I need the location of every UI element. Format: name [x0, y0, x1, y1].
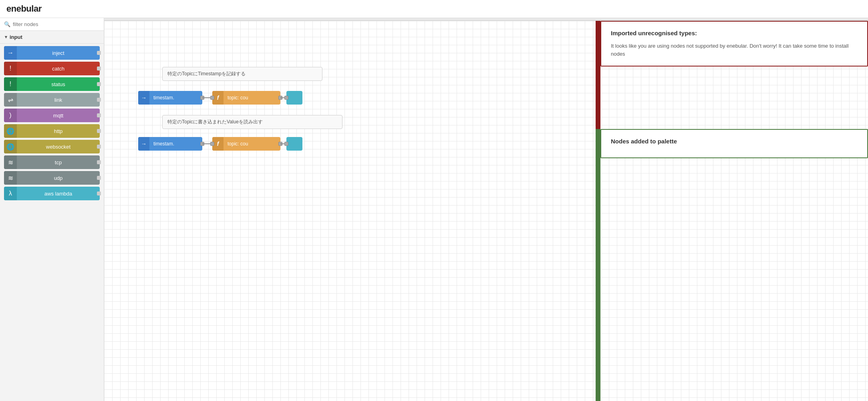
comment-box-2: 特定のTopicに書き込まれたValueを読み出す — [162, 115, 342, 129]
node-port-right-inject — [97, 51, 101, 55]
sidebar: 🔍 ▾ input → inject ! catch ! status ⇌ li… — [0, 18, 104, 401]
panel-imported-unrecognised[interactable]: Imported unrecognised types: It looks li… — [600, 21, 868, 66]
input-category[interactable]: ▾ input — [0, 31, 104, 44]
node-port-right-udp — [97, 176, 101, 180]
panel-red-body: It looks like you are using nodes not su… — [611, 42, 858, 58]
inject-label-1: timestam. — [149, 95, 178, 101]
panel-red-title: Imported unrecognised types: — [611, 30, 858, 36]
node-icon-websocket: 🌐 — [4, 140, 17, 153]
canvas-area: 特定のTopicにTimestampを記録する → timestam. f to… — [104, 18, 868, 401]
node-label-http: http — [17, 124, 100, 138]
sidebar-node-link[interactable]: ⇌ link — [4, 93, 100, 107]
inject-label-2: timestam. — [149, 141, 178, 147]
sidebar-node-status[interactable]: ! status — [4, 77, 100, 91]
sidebar-node-websocket[interactable]: 🌐 websocket — [4, 140, 100, 153]
function-label-1: topic: cou — [224, 95, 252, 101]
cache-port-left-2 — [284, 142, 288, 146]
sidebar-node-inject[interactable]: → inject — [4, 46, 100, 60]
node-icon-udp: ≋ — [4, 171, 17, 185]
node-port-right-awslambda — [97, 191, 101, 195]
sidebar-node-http[interactable]: 🌐 http — [4, 124, 100, 138]
node-label-inject: inject — [17, 46, 100, 60]
panel-nodes-added[interactable]: Nodes added to palette — [600, 129, 868, 158]
node-icon-catch: ! — [4, 62, 17, 75]
inject-port-right-2 — [200, 142, 204, 146]
node-port-right-websocket — [97, 145, 101, 149]
node-list: → inject ! catch ! status ⇌ link ) mqtt … — [0, 44, 104, 203]
node-label-websocket: websocket — [17, 140, 100, 153]
flow-canvas[interactable]: 特定のTopicにTimestampを記録する → timestam. f to… — [104, 21, 868, 401]
comment-box-1: 特定のTopicにTimestampを記録する — [162, 67, 322, 81]
node-icon-awslambda: λ — [4, 187, 17, 200]
filter-input[interactable] — [13, 21, 100, 27]
sidebar-node-tcp[interactable]: ≋ tcp — [4, 155, 100, 169]
sidebar-node-awslambda[interactable]: λ aws lambda — [4, 187, 100, 200]
node-port-right-http — [97, 129, 101, 133]
node-label-link: link — [17, 93, 100, 107]
node-label-catch: catch — [17, 62, 100, 75]
node-icon-mqtt: ) — [4, 109, 17, 122]
node-port-right-status — [97, 82, 101, 86]
function-port-left-2 — [210, 142, 214, 146]
input-category-label: input — [10, 34, 22, 40]
node-label-tcp: tcp — [17, 155, 100, 169]
node-icon-tcp: ≋ — [4, 155, 17, 169]
node-icon-status: ! — [4, 77, 17, 91]
node-label-udp: udp — [17, 171, 100, 185]
node-label-awslambda: aws lambda — [17, 187, 100, 200]
flow-node-cache-1[interactable] — [286, 91, 302, 105]
flow-node-inject-1[interactable]: → timestam. — [138, 91, 202, 105]
function-port-left-1 — [210, 96, 214, 100]
node-port-right-link — [97, 98, 101, 102]
function-port-right-1 — [278, 96, 282, 100]
node-label-mqtt: mqtt — [17, 109, 100, 122]
sidebar-node-catch[interactable]: ! catch — [4, 62, 100, 75]
node-port-right-tcp — [97, 160, 101, 164]
inject-icon-2: → — [138, 137, 149, 151]
function-port-right-2 — [278, 142, 282, 146]
sidebar-node-udp[interactable]: ≋ udp — [4, 171, 100, 185]
search-icon: 🔍 — [4, 21, 10, 27]
flow-node-inject-2[interactable]: → timestam. — [138, 137, 202, 151]
filter-input-wrapper: 🔍 — [0, 18, 104, 31]
inject-icon-1: → — [138, 91, 149, 105]
cache-port-left-1 — [284, 96, 288, 100]
function-label-2: topic: cou — [224, 141, 252, 147]
node-icon-link: ⇌ — [4, 93, 17, 107]
node-label-status: status — [17, 77, 100, 91]
chevron-icon: ▾ — [5, 34, 7, 40]
sidebar-node-mqtt[interactable]: ) mqtt — [4, 109, 100, 122]
app-logo: enebular — [6, 4, 42, 14]
flow-node-function-1[interactable]: f topic: cou — [212, 91, 280, 105]
flow-node-function-2[interactable]: f topic: cou — [212, 137, 280, 151]
node-port-right-catch — [97, 66, 101, 71]
node-icon-http: 🌐 — [4, 124, 17, 138]
node-icon-inject: → — [4, 46, 17, 60]
tabs — [104, 18, 868, 21]
node-port-right-mqtt — [97, 113, 101, 117]
inject-port-right-1 — [200, 96, 204, 100]
flow-node-cache-2[interactable] — [286, 137, 302, 151]
panel-green-title: Nodes added to palette — [611, 138, 858, 145]
